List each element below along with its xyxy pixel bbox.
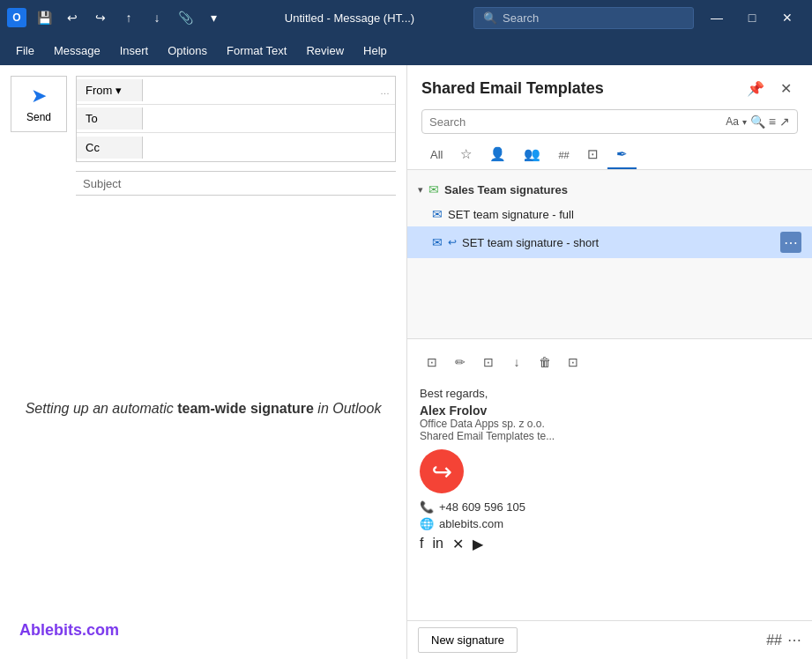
preview-tool-delete[interactable]: 🗑 (533, 350, 557, 374)
sig-regards: Best regards, (420, 387, 800, 400)
new-signature-button[interactable]: New signature (418, 627, 518, 653)
external-link-button[interactable]: ↗ (779, 115, 790, 129)
group-chevron-icon: ▾ (418, 184, 423, 196)
preview-tool-copy[interactable]: ⊡ (476, 350, 501, 374)
dropdown-button[interactable]: ▾ (201, 5, 226, 30)
preview-tool-download[interactable]: ↓ (504, 350, 529, 374)
menu-insert[interactable]: Insert (111, 41, 158, 61)
up-button[interactable]: ↑ (116, 5, 141, 30)
template-label-short: SET team signature - short (462, 236, 775, 249)
tab-all[interactable]: All (421, 141, 451, 169)
font-size-button[interactable]: Aa (726, 115, 739, 128)
bottom-right-icons: ## ⋯ (766, 632, 801, 648)
email-compose-panel: ➤ Send From ▾ … To (0, 65, 407, 659)
quick-access-toolbar: 💾 ↩ ↪ ↑ ↓ 📎 ▾ (32, 5, 226, 30)
filter-button[interactable]: ≡ (769, 115, 776, 129)
group-header[interactable]: ▾ ✉ Sales Team signatures (407, 177, 812, 202)
tab-hash[interactable]: ## (549, 141, 577, 169)
title-search-input[interactable] (503, 11, 679, 25)
tab-personal[interactable]: 👤 (480, 141, 515, 169)
template-email-icon-2: ✉ (432, 235, 443, 249)
menu-review[interactable]: Review (297, 41, 353, 61)
menu-bar: File Message Insert Options Format Text … (0, 35, 812, 65)
menu-options[interactable]: Options (159, 41, 216, 61)
down-button[interactable]: ↓ (145, 5, 169, 30)
tab-favorites[interactable]: ☆ (451, 141, 480, 169)
window-controls: — □ ✕ (699, 0, 805, 35)
search-bar: Aa ▾ 🔍 ≡ ↗ (421, 109, 798, 134)
bottom-bar: New signature ## ⋯ (407, 620, 812, 659)
send-icon: ➤ (31, 85, 47, 107)
tab-shared[interactable]: 👥 (515, 141, 549, 169)
preview-tool-edit[interactable]: ✏ (448, 350, 473, 374)
minimize-button[interactable]: — (699, 0, 734, 35)
preview-tool-insert[interactable]: ⊡ (420, 350, 444, 374)
from-button[interactable]: From ▾ (77, 79, 143, 101)
attach-button[interactable]: 📎 (173, 5, 197, 30)
twitter-icon[interactable]: ✕ (452, 536, 464, 552)
sig-social: f in ✕ ▶ (420, 536, 800, 552)
search-bar-right: Aa ▾ 🔍 ≡ ↗ (726, 115, 790, 129)
pin-icon-button[interactable]: 📌 (743, 76, 768, 100)
send-label: Send (26, 111, 51, 123)
templates-header: Shared Email Templates 📌 ✕ Aa ▾ 🔍 ≡ ↗ Al… (407, 65, 812, 170)
to-input[interactable] (143, 107, 395, 130)
templates-panel: Shared Email Templates 📌 ✕ Aa ▾ 🔍 ≡ ↗ Al… (407, 65, 812, 659)
menu-message[interactable]: Message (45, 41, 109, 61)
cc-row: Cc (77, 133, 395, 161)
sig-name: Alex Frolov (420, 404, 800, 418)
sig-phone: 📞 +48 609 596 105 (420, 500, 800, 514)
search-submit-button[interactable]: 🔍 (750, 115, 765, 129)
website-label: ablebits.com (439, 517, 503, 530)
template-item-full[interactable]: ✉ SET team signature - full (407, 202, 812, 226)
tab-signature[interactable]: ✒ (607, 141, 637, 169)
from-input[interactable] (143, 79, 380, 101)
title-bar: O 💾 ↩ ↪ ↑ ↓ 📎 ▾ Untitled - Message (HT..… (0, 0, 812, 35)
close-button[interactable]: ✕ (770, 0, 805, 35)
hash-icon-button[interactable]: ## (766, 632, 782, 648)
outlook-logo: O (7, 8, 26, 27)
header-icons: 📌 ✕ (743, 76, 798, 100)
window-title: Untitled - Message (HT...) (231, 11, 468, 25)
email-body: Setting up an automatic team-wide signat… (11, 204, 396, 612)
aa-chevron-icon: ▾ (742, 117, 747, 127)
template-item-short[interactable]: ✉ ↩ SET team signature - short ⋯ (407, 226, 812, 258)
compose-fields-wrapper: From ▾ … To Cc (76, 76, 396, 196)
menu-help[interactable]: Help (354, 41, 396, 61)
cc-button[interactable]: Cc (77, 137, 143, 159)
send-area: ➤ Send From ▾ … To (11, 76, 396, 196)
sig-preview: Best regards, Alex Frolov Office Data Ap… (420, 383, 800, 556)
to-row: To (77, 105, 395, 133)
search-input[interactable] (429, 115, 720, 129)
template-more-button[interactable]: ⋯ (780, 232, 801, 253)
undo-button[interactable]: ↩ (60, 5, 85, 30)
from-label: From (86, 84, 112, 97)
facebook-icon[interactable]: f (420, 536, 423, 552)
subject-input[interactable] (128, 177, 389, 190)
template-label-full: SET team signature - full (448, 208, 801, 221)
youtube-icon[interactable]: ▶ (473, 536, 483, 552)
maximize-button[interactable]: □ (734, 0, 770, 35)
phone-number: +48 609 596 105 (439, 500, 525, 514)
sig-company1: Office Data Apps sp. z o.o. (420, 418, 800, 430)
templates-title: Shared Email Templates (421, 79, 604, 98)
to-label: To (86, 112, 98, 125)
save-button[interactable]: 💾 (32, 5, 56, 30)
preview-tool-more[interactable]: ⊡ (561, 350, 585, 374)
from-row: From ▾ … (77, 77, 395, 105)
to-button[interactable]: To (77, 107, 143, 130)
tab-template[interactable]: ⊡ (578, 141, 607, 169)
filter-tabs: All ☆ 👤 👥 ## ⊡ ✒ (421, 141, 798, 169)
linkedin-icon[interactable]: in (432, 536, 443, 552)
main-layout: ➤ Send From ▾ … To (0, 65, 812, 659)
close-panel-button[interactable]: ✕ (773, 76, 798, 100)
send-button[interactable]: ➤ Send (11, 76, 67, 132)
cc-input[interactable] (143, 137, 395, 159)
menu-file[interactable]: File (7, 41, 43, 61)
title-search-container: 🔍 (473, 7, 694, 29)
menu-format-text[interactable]: Format Text (218, 41, 295, 61)
templates-list: ▾ ✉ Sales Team signatures ✉ SET team sig… (407, 170, 812, 338)
more-options-button[interactable]: ⋯ (787, 632, 801, 648)
redo-button[interactable]: ↪ (88, 5, 113, 30)
ablebits-logo: Ablebits.com (11, 612, 396, 648)
